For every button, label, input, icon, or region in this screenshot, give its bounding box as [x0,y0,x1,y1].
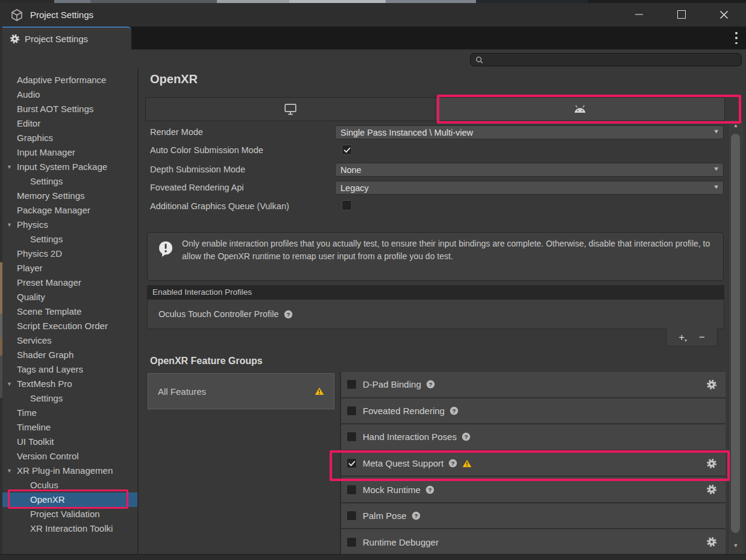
render-mode-dropdown[interactable]: Single Pass Instanced \ Multi-view ▼ [335,125,724,139]
sidebar-item-settings[interactable]: Settings [2,391,137,406]
help-icon-wrap[interactable]: ? [462,432,471,441]
sidebar-item-graphics[interactable]: Graphics [2,131,137,145]
feature-checkbox-foveated-rendering[interactable] [346,406,357,416]
help-icon-wrap[interactable]: ? [412,511,421,520]
sidebar-item-label: Tags and Layers [17,364,83,374]
platform-tab-pc[interactable] [146,98,436,121]
help-icon[interactable]: ? [448,459,457,468]
feature-checkbox-mock-runtime[interactable] [346,485,357,495]
sidebar-item-physics-2d[interactable]: Physics 2D [2,247,137,261]
sidebar-item-xr-interaction-toolki[interactable]: XR Interaction Toolki [2,521,137,536]
sidebar-item-label: Package Manager [17,205,90,215]
gear-icon[interactable] [706,458,717,469]
sidebar-item-version-control[interactable]: Version Control [2,449,137,464]
feature-settings-gear[interactable] [706,379,717,390]
sidebar-item-script-execution-order[interactable]: Script Execution Order [2,319,137,333]
close-button[interactable] [710,3,737,26]
feature-row-meta-quest-support[interactable]: Meta Quest Support? [341,451,726,476]
sidebar-item-physics[interactable]: ▼Physics [2,218,137,232]
feature-checkbox-runtime-debugger[interactable] [346,537,357,547]
profile-item-oculus-touch-controller-profile[interactable]: Oculus Touch Controller Profile? [148,300,724,329]
warning-icon [462,459,472,468]
feature-settings-gear[interactable] [706,536,717,547]
sidebar-item-ui-toolkit[interactable]: UI Toolkit [2,435,137,449]
tab-menu-kebab-icon[interactable] [735,32,738,44]
feature-row-mock-runtime[interactable]: Mock Runtime? [341,477,726,502]
foldout-arrow-icon[interactable]: ▼ [7,464,12,478]
sidebar-item-audio[interactable]: Audio [2,87,137,102]
sidebar-item-time[interactable]: Time [2,406,137,420]
maximize-button[interactable] [668,3,695,26]
remove-profile-button[interactable]: − [699,332,705,342]
title-bar[interactable]: Project Settings [2,3,746,27]
feature-row-foveated-rendering[interactable]: Foveated Rendering? [341,398,726,424]
tab-label: Project Settings [25,34,88,44]
minimize-button[interactable] [625,3,652,26]
auto-color-checkbox[interactable] [342,145,352,155]
scroll-down-icon[interactable]: ▼ [729,543,743,549]
help-icon[interactable]: ? [412,511,421,520]
sidebar-item-services[interactable]: Services [2,333,137,348]
help-icon[interactable]: ? [426,380,435,389]
sidebar-item-preset-manager[interactable]: Preset Manager [2,275,137,290]
help-icon[interactable]: ? [284,310,293,319]
feature-checkbox-palm-pose[interactable] [346,511,357,521]
feature-row-palm-pose[interactable]: Palm Pose? [341,503,726,529]
sidebar-item-oculus[interactable]: Oculus [2,478,137,492]
search-input[interactable] [487,55,736,65]
help-icon[interactable]: ? [425,485,434,494]
scrollbar-thumb[interactable] [731,134,740,533]
help-icon-wrap[interactable]: ? [450,406,459,415]
foldout-arrow-icon[interactable]: ▼ [7,218,12,232]
sidebar-item-openxr[interactable]: OpenXR [2,492,137,507]
sidebar-item-shader-graph[interactable]: Shader Graph [2,348,137,362]
depth-submission-dropdown[interactable]: None ▼ [335,163,724,177]
help-icon-wrap[interactable]: ? [284,310,293,319]
help-icon[interactable]: ? [462,432,471,441]
feature-row-hand-interaction-poses[interactable]: Hand Interaction Poses? [341,424,726,450]
feature-settings-gear[interactable] [706,458,717,469]
sidebar-item-input-manager[interactable]: Input Manager [2,145,137,160]
feature-checkbox-hand-interaction-poses[interactable] [346,432,357,442]
warning-icon [315,387,324,395]
help-icon-wrap[interactable]: ? [448,459,457,468]
foveated-api-dropdown[interactable]: Legacy ▼ [335,181,724,195]
feature-checkbox-meta-quest-support[interactable] [346,458,357,468]
tab-project-settings[interactable]: Project Settings [2,27,131,49]
sidebar-item-timeline[interactable]: Timeline [2,420,137,435]
sidebar-item-settings[interactable]: Settings [2,174,137,189]
help-icon[interactable]: ? [450,406,459,415]
platform-tab-android[interactable] [436,98,725,121]
sidebar-item-editor[interactable]: Editor [2,116,137,131]
help-icon-wrap[interactable]: ? [426,380,435,389]
feature-row-runtime-debugger[interactable]: Runtime Debugger [341,529,726,555]
sidebar-item-project-validation[interactable]: Project Validation [2,507,137,521]
sidebar-item-burst-aot-settings[interactable]: Burst AOT Settings [2,102,137,116]
help-icon-wrap[interactable]: ? [425,485,434,494]
feature-checkbox-d-pad-binding[interactable] [346,379,357,389]
gear-icon[interactable] [706,536,717,547]
foldout-arrow-icon[interactable]: ▼ [7,377,12,391]
sidebar-item-tags-and-layers[interactable]: Tags and Layers [2,362,137,377]
sidebar-item-xr-plug-in-managemen[interactable]: ▼XR Plug-in Managemen [2,464,137,478]
sidebar-item-player[interactable]: Player [2,261,137,275]
feature-group-all-features[interactable]: All Features [148,373,334,409]
vertical-scrollbar[interactable]: ▲ ▼ [728,121,743,554]
sidebar-item-quality[interactable]: Quality [2,290,137,304]
search-box[interactable] [470,53,742,66]
sidebar-item-scene-template[interactable]: Scene Template [2,304,137,319]
feature-settings-gear[interactable] [706,484,717,495]
sidebar-item-adaptive-performance[interactable]: Adaptive Performance [2,73,137,87]
sidebar-item-input-system-package[interactable]: ▼Input System Package [2,160,137,174]
foldout-arrow-icon[interactable]: ▼ [7,160,12,174]
sidebar-item-settings[interactable]: Settings [2,232,137,247]
scroll-up-icon[interactable]: ▲ [729,122,743,128]
feature-row-d-pad-binding[interactable]: D-Pad Binding? [341,372,726,397]
sidebar-item-textmesh-pro[interactable]: ▼TextMesh Pro [2,377,137,391]
add-profile-button[interactable]: +▾ [679,332,686,342]
sidebar-item-memory-settings[interactable]: Memory Settings [2,189,137,203]
gear-icon[interactable] [706,484,717,495]
additional-queue-checkbox[interactable] [342,200,352,210]
sidebar-item-package-manager[interactable]: Package Manager [2,203,137,218]
gear-icon[interactable] [706,379,717,390]
